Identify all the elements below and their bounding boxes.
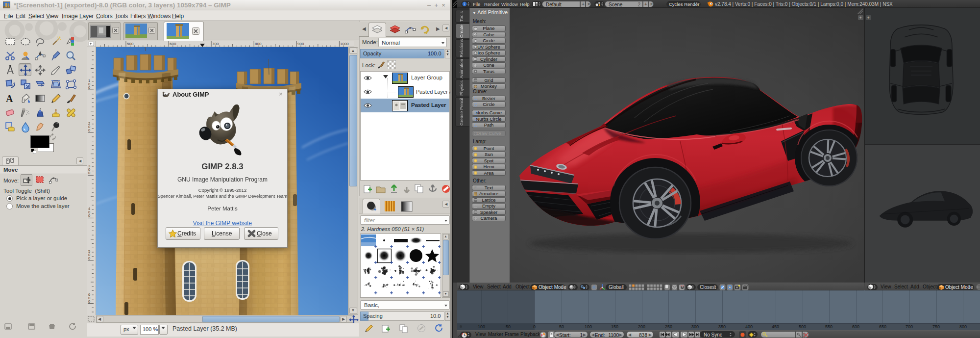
svg-text:0: 0	[88, 171, 90, 175]
svg-text:700: 700	[212, 42, 219, 46]
svg-text:900: 900	[297, 42, 304, 46]
svg-text:0: 0	[88, 85, 90, 90]
svg-text:A: A	[6, 93, 13, 104]
svg-text:600: 600	[170, 42, 176, 46]
svg-text:1000: 1000	[340, 42, 349, 46]
svg-text:500: 500	[127, 42, 134, 46]
svg-text:0: 0	[88, 128, 90, 132]
svg-text:0: 0	[88, 256, 90, 260]
svg-text:800: 800	[255, 42, 262, 46]
svg-text:0: 0	[88, 299, 90, 304]
svg-text:0: 0	[88, 213, 90, 218]
